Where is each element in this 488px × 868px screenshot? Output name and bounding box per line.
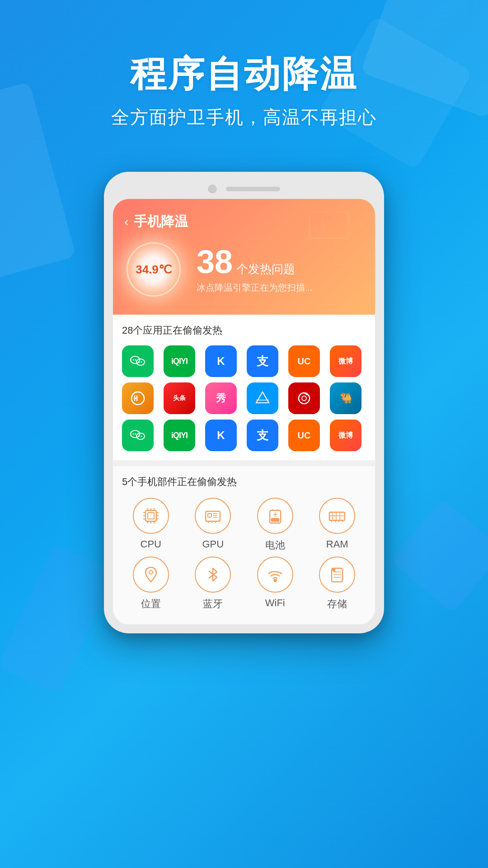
cpu-label: CPU xyxy=(141,538,161,550)
section-divider xyxy=(113,460,375,466)
app-icon-netease[interactable] xyxy=(288,382,320,414)
phone-speaker xyxy=(226,187,280,191)
app-icon-sogou[interactable]: 🐫 xyxy=(330,382,361,414)
svg-point-22 xyxy=(302,396,306,401)
phone-outer: ‹ 手机降温 34.9℃ 38 个发热 xyxy=(104,172,384,633)
ram-icon xyxy=(327,506,347,526)
hardware-grid-row2: 位置 蓝牙 xyxy=(122,557,366,620)
issue-info: 38 个发热问题 冰点降温引擎正在为您扫描... xyxy=(197,245,364,294)
storage-label: 存储 xyxy=(327,597,347,611)
app-icon-weibo-2[interactable]: 微博 xyxy=(330,420,361,451)
battery-label: 电池 xyxy=(265,538,285,552)
svg-point-26 xyxy=(135,434,136,435)
svg-point-27 xyxy=(136,433,145,439)
app-icon-meituxiu[interactable]: 秀 xyxy=(205,382,237,414)
header-area: 程序自动降温 全方面护卫手机，高温不再担心 xyxy=(0,0,488,130)
svg-rect-73 xyxy=(333,569,335,571)
app-icon-91[interactable] xyxy=(122,382,154,414)
phone-camera xyxy=(208,184,217,193)
hardware-item-ram: RAM xyxy=(309,498,366,552)
ram-label: RAM xyxy=(326,538,348,550)
gpu-label: GPU xyxy=(202,538,224,550)
svg-point-68 xyxy=(274,580,276,582)
app-icon-wechat-2[interactable] xyxy=(122,420,154,451)
phone-mockup: ‹ 手机降温 34.9℃ 38 个发热 xyxy=(104,172,384,633)
hardware-grid-row1: CPU xyxy=(122,498,366,552)
svg-point-11 xyxy=(135,359,136,361)
cpu-icon-circle xyxy=(133,498,169,534)
wechat-icon xyxy=(129,352,147,370)
location-label: 位置 xyxy=(141,597,161,611)
app-icon-alipay-2[interactable]: 支 xyxy=(247,420,278,451)
svg-point-21 xyxy=(299,393,310,404)
apps-section-title: 28个应用正在偷偷发热 xyxy=(122,324,366,337)
storage-icon xyxy=(327,565,347,585)
app-icon-alipay[interactable]: 支 xyxy=(247,345,278,377)
location-icon-circle xyxy=(133,557,169,593)
ram-icon-circle xyxy=(319,498,355,534)
app-icon-wechat[interactable] xyxy=(122,345,154,377)
svg-point-29 xyxy=(141,436,142,437)
app-icon-gaode[interactable] xyxy=(247,382,278,414)
svg-rect-30 xyxy=(145,510,156,521)
temperature-circle: 34.9℃ xyxy=(124,240,183,299)
hardware-section: 5个手机部件正在偷偷发热 xyxy=(113,466,375,624)
location-icon xyxy=(141,565,161,585)
back-button[interactable]: ‹ xyxy=(124,215,128,229)
app-icon-kuwo[interactable]: K xyxy=(205,345,237,377)
gpu-icon xyxy=(203,506,223,526)
app-icon-weibo[interactable]: 微博 xyxy=(330,345,361,377)
app-icon-uc[interactable]: UC xyxy=(288,345,320,377)
svg-point-15 xyxy=(131,392,144,405)
main-title: 程序自动降温 xyxy=(0,54,488,94)
issue-text: 个发热问题 xyxy=(236,261,295,277)
svg-point-28 xyxy=(139,436,140,437)
app-icon-toutiao[interactable]: 头条 xyxy=(164,382,195,414)
91-icon xyxy=(129,389,147,407)
bluetooth-icon-circle xyxy=(195,557,231,593)
app-header-content: 34.9℃ 38 个发热问题 冰点降温引擎正在为您扫描... xyxy=(124,240,364,299)
app-icon-kuwo-2[interactable]: K xyxy=(205,420,237,451)
gaode-icon xyxy=(254,390,271,406)
svg-point-14 xyxy=(141,362,142,363)
svg-marker-19 xyxy=(256,392,269,403)
hardware-item-cpu: CPU xyxy=(122,498,180,552)
svg-rect-31 xyxy=(148,513,154,519)
wifi-icon-circle xyxy=(257,557,293,593)
hardware-item-battery: 电池 xyxy=(246,498,304,552)
hardware-item-location: 位置 xyxy=(122,557,180,611)
wifi-icon xyxy=(265,565,285,585)
svg-rect-45 xyxy=(208,514,211,517)
issue-number: 38 xyxy=(197,245,233,278)
cpu-icon xyxy=(141,506,161,526)
netease-icon xyxy=(296,390,313,407)
phone-top-bar xyxy=(113,181,375,199)
app-header-top: ‹ 手机降温 xyxy=(124,212,364,231)
bluetooth-icon xyxy=(203,565,223,585)
gpu-icon-circle xyxy=(195,498,231,534)
bluetooth-label: 蓝牙 xyxy=(203,597,223,611)
scan-status-text: 冰点降温引擎正在为您扫描... xyxy=(197,282,364,294)
temperature-circle-inner: 34.9℃ xyxy=(124,240,183,299)
storage-icon-circle xyxy=(319,557,355,593)
hardware-item-storage: 存储 xyxy=(309,557,366,611)
svg-point-25 xyxy=(133,434,134,435)
app-icon-iqiyi[interactable]: iQIYI xyxy=(164,345,195,377)
hardware-title: 5个手机部件正在偷偷发热 xyxy=(122,475,366,489)
battery-icon xyxy=(265,506,285,526)
app-grid-row1: iQIYI K 支 UC 微博 头条 秀 xyxy=(122,345,366,451)
hardware-item-gpu: GPU xyxy=(184,498,242,552)
svg-point-13 xyxy=(139,362,140,363)
temperature-ring xyxy=(127,242,181,297)
svg-point-67 xyxy=(149,571,153,574)
app-icon-uc-2[interactable]: UC xyxy=(288,420,320,451)
app-icon-iqiyi-2[interactable]: iQIYI xyxy=(164,420,195,451)
svg-rect-58 xyxy=(329,512,345,520)
app-header: ‹ 手机降温 34.9℃ 38 个发热 xyxy=(113,199,375,315)
battery-icon-circle xyxy=(257,498,293,534)
apps-section: 28个应用正在偷偷发热 iQIYI K 支 UC 微博 头条 xyxy=(113,315,375,460)
phone-screen: ‹ 手机降温 34.9℃ 38 个发热 xyxy=(113,199,375,624)
app-title: 手机降温 xyxy=(134,212,188,231)
hardware-item-wifi: WiFi xyxy=(246,557,304,611)
hardware-item-bluetooth: 蓝牙 xyxy=(184,557,242,611)
